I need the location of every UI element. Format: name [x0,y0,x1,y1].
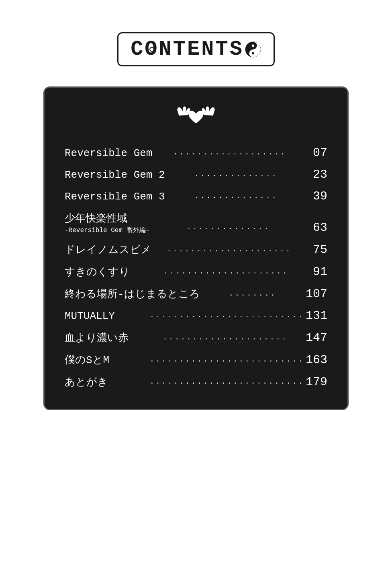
contents-box: Reversible Gem ··················· 07 Re… [43,86,349,410]
title-badge: C O nT E nTS [117,32,275,66]
toc-page-2: 23 [307,168,327,181]
toc-page-1: 07 [307,146,327,160]
title-c: C [131,37,145,61]
toc-page-5: 75 [307,243,327,257]
title-nts: nTS [201,37,244,61]
toc-entry-5: ドレイノムスビメ ····················· 75 [65,238,327,261]
toc-left-2: Reversible Gem 2 [65,169,165,181]
toc-page-4: 63 [307,221,327,234]
toc-left-5: ドレイノムスビメ [65,242,151,257]
toc-title-2: Reversible Gem 2 [65,169,165,181]
toc-entry-8: MUTUALLY ····························· 1… [65,305,327,327]
toc-entry-1: Reversible Gem ··················· 07 [65,142,327,164]
toc-dots-11: ····························· [150,379,301,388]
toc-dots-5: ····················· [156,247,302,256]
toc-title-6: すきのくすり [65,265,145,279]
toc-left-3: Reversible Gem 3 [65,191,165,203]
toc-list: Reversible Gem ··················· 07 Re… [65,142,327,393]
toc-left-6: すきのくすり [65,265,145,279]
toc-title-11: あとがき [65,375,145,389]
toc-dots-1: ··················· [157,150,302,159]
toc-entry-6: すきのくすり ····················· 91 [65,261,327,283]
toc-left-9: 血より濃い赤 [65,331,145,345]
toc-left-8: MUTUALLY [65,310,145,322]
title-text: C O nT E nTS [131,37,261,61]
title-e-bar: E [187,37,201,61]
toc-dots-8: ····························· [150,313,301,322]
toc-title-1: Reversible Gem [65,147,152,159]
toc-page-10: 163 [306,353,327,367]
snake-symbol [245,41,261,58]
toc-page-11: 179 [306,375,327,389]
toc-dots-7: ········ [205,291,301,300]
winged-heart-icon [176,104,216,130]
toc-title-7: 終わる場所-はじまるところ [65,287,200,301]
toc-entry-10: 僕のSとM ····························· 163 [65,349,327,371]
toc-dots-6: ····················· [150,269,302,278]
toc-left-10: 僕のSとM [65,353,145,367]
toc-page-9: 147 [306,331,327,345]
toc-page-8: 131 [306,309,327,323]
toc-title-8: MUTUALLY [65,310,145,322]
toc-dots-4: ·············· [154,225,302,234]
toc-dots-2: ·············· [170,172,302,181]
toc-title-4: 少年快楽性域 [65,211,149,225]
toc-title-5: ドレイノムスビメ [65,242,151,257]
toc-page-6: 91 [307,265,327,279]
toc-page-3: 39 [307,189,327,203]
toc-subtitle-4: -Reversible Gem 番外編- [65,226,149,234]
toc-entry-2: Reversible Gem 2 ·············· 23 [65,164,327,185]
toc-left-4: 少年快楽性域 -Reversible Gem 番外編- [65,211,149,234]
toc-dots-10: ····························· [150,357,301,366]
o-inner-circle [149,47,154,51]
toc-left-7: 終わる場所-はじまるところ [65,287,200,301]
toc-entry-7: 終わる場所-はじまるところ ········ 107 [65,283,327,305]
svg-point-2 [252,52,254,54]
page-wrapper: C O nT E nTS [0,0,392,563]
toc-entry-11: あとがき ····························· 179 [65,371,327,393]
toc-left-1: Reversible Gem [65,147,152,159]
toc-left-11: あとがき [65,375,145,389]
toc-entry-4: 少年快楽性域 -Reversible Gem 番外編- ············… [65,207,327,238]
toc-title-9: 血より濃い赤 [65,331,145,345]
toc-title-10: 僕のSとM [65,353,145,367]
toc-dots-9: ····················· [150,335,301,344]
title-o-circle: O [145,37,159,61]
toc-dots-3: ·············· [170,193,302,202]
toc-entry-9: 血より濃い赤 ····················· 147 [65,327,327,349]
svg-point-1 [252,44,254,47]
toc-page-7: 107 [306,287,327,301]
toc-title-3: Reversible Gem 3 [65,191,165,203]
title-ntents: nT [159,37,187,61]
toc-entry-3: Reversible Gem 3 ·············· 39 [65,185,327,207]
